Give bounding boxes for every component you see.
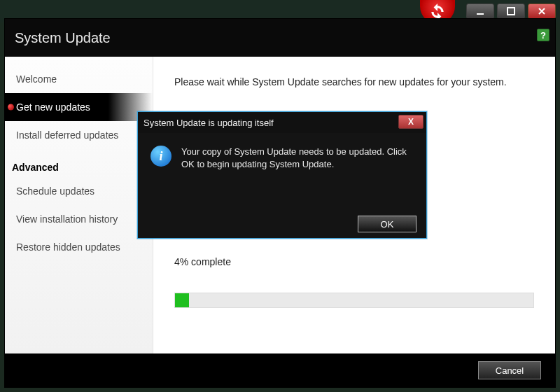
instruction-text: Please wait while System Update searches… [174, 76, 534, 88]
svg-rect-1 [507, 8, 514, 15]
dialog-close-button[interactable]: X [398, 115, 424, 129]
progress-bar-fill [175, 293, 189, 307]
maximize-button[interactable] [497, 4, 525, 19]
sidebar-item-view-history[interactable]: View installation history [5, 205, 153, 233]
sidebar-heading-advanced: Advanced [5, 149, 153, 177]
dialog-footer: OK [138, 210, 426, 238]
sidebar-item-get-new-updates[interactable]: Get new updates [5, 93, 153, 121]
dialog-body: i Your copy of System Update needs to be… [138, 133, 426, 210]
progress-bar [174, 293, 534, 308]
sidebar-item-welcome[interactable]: Welcome [5, 65, 153, 93]
app-title: System Update [15, 30, 111, 46]
self-update-dialog: System Update is updating itself X i You… [137, 111, 427, 239]
help-icon[interactable]: ? [537, 29, 550, 41]
info-icon: i [150, 146, 172, 167]
minimize-button[interactable] [466, 4, 494, 19]
svg-rect-0 [477, 13, 484, 15]
dialog-titlebar: System Update is updating itself X [138, 112, 426, 133]
close-window-button[interactable] [528, 4, 556, 19]
ok-button[interactable]: OK [358, 216, 416, 232]
dialog-message: Your copy of System Update needs to be u… [181, 146, 414, 170]
sidebar-item-schedule-updates[interactable]: Schedule updates [5, 177, 153, 205]
sidebar-item-install-deferred[interactable]: Install deferred updates [5, 121, 153, 149]
cancel-button[interactable]: Cancel [478, 361, 541, 379]
dialog-title: System Update is updating itself [144, 118, 274, 128]
app-titlebar: System Update ? [5, 19, 555, 57]
progress-percent-label: 4% complete [174, 256, 534, 267]
app-footer: Cancel [5, 354, 555, 387]
sidebar: Welcome Get new updates Install deferred… [5, 57, 153, 354]
sidebar-item-restore-hidden[interactable]: Restore hidden updates [5, 233, 153, 261]
